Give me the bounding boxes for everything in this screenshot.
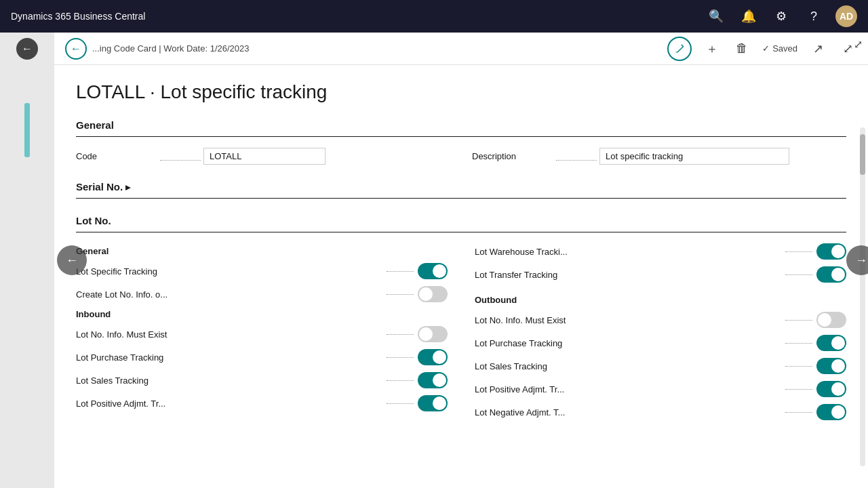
app-title: Dynamics 365 Business Central	[11, 11, 697, 22]
sidebar-active-indicator	[24, 103, 30, 157]
search-icon[interactable]: 🔍	[705, 5, 727, 27]
lot-transfer-toggle[interactable]	[816, 266, 846, 283]
nav-arrow-left[interactable]: ←	[57, 245, 87, 275]
scrollbar-thumb[interactable]	[860, 134, 865, 175]
left-sidebar: ←	[0, 33, 54, 488]
saved-label: Saved	[772, 43, 797, 54]
lot-sales-in-toggle[interactable]	[418, 372, 448, 388]
toggle-row-lot-specific: Lot Specific Tracking	[76, 263, 448, 279]
lot-sales-in-label: Lot Sales Tracking	[76, 375, 382, 386]
inbound-sub-label: Inbound	[76, 309, 448, 319]
page-title-description: Lot specific tracking	[161, 81, 328, 102]
lot-specific-tracking-label: Lot Specific Tracking	[76, 266, 382, 277]
toggle-row-lot-purchase-out: Lot Purchase Tracking	[475, 335, 846, 351]
lot-info-must-exist-in-label: Lot No. Info. Must Exist	[76, 329, 382, 340]
page-title: LOTALL · Lot specific tracking	[76, 81, 846, 103]
toolbar: ＋ 🗑 ✓ Saved ↗ ⤢	[667, 37, 857, 61]
toggle-row-lot-purchase-in: Lot Purchase Tracking	[76, 349, 448, 365]
lot-neg-adjmt-out-label: Lot Negative Adjmt. T...	[475, 407, 781, 418]
lot-pos-adjmt-in-label: Lot Positive Adjmt. Tr...	[76, 399, 382, 409]
page-title-code: LOTALL	[76, 81, 144, 102]
help-icon[interactable]: ?	[803, 5, 825, 27]
back-button[interactable]: ←	[65, 38, 87, 60]
lot-sales-out-toggle[interactable]	[816, 358, 846, 374]
description-field-group: Description	[472, 148, 846, 165]
code-input[interactable]	[203, 148, 326, 165]
toggle-row-lot-neg-adjmt-out: Lot Negative Adjmt. T...	[475, 404, 846, 420]
chevron-right-icon: ▸	[125, 182, 130, 192]
avatar[interactable]: AD	[835, 5, 857, 27]
lot-info-must-exist-out-label: Lot No. Info. Must Exist	[475, 315, 781, 325]
toggle-row-lot-info-must-exist-out: Lot No. Info. Must Exist	[475, 312, 846, 328]
breadcrumb: ...ing Code Card | Work Date: 1/26/2023	[92, 43, 662, 54]
toggle-row-lot-info-must-exist-in: Lot No. Info. Must Exist	[76, 326, 448, 342]
lot-pos-adjmt-out-toggle[interactable]	[816, 381, 846, 397]
toggle-row-lot-pos-adjmt-out: Lot Positive Adjmt. Tr...	[475, 381, 846, 397]
lot-pos-adjmt-in-toggle[interactable]	[418, 395, 448, 411]
lot-warehouse-toggle[interactable]	[816, 243, 846, 260]
main-area: ← ← ...ing Code Card | Work Date: 1/26/2…	[0, 33, 868, 488]
scrollbar-track	[860, 127, 865, 466]
code-field-group: Code	[76, 148, 450, 165]
add-button[interactable]: ＋	[703, 39, 722, 58]
general-section-header: General	[76, 119, 846, 137]
lot-no-right-col: Lot Warehouse Tracki... Lot Transfer Tra…	[475, 243, 846, 427]
toggle-row-lot-sales-out: Lot Sales Tracking	[475, 358, 846, 374]
toggle-row-create-lot-info: Create Lot No. Info. o...	[76, 286, 448, 302]
expand-window-icon[interactable]: ⤢	[854, 38, 863, 51]
lot-neg-adjmt-out-toggle[interactable]	[816, 404, 846, 420]
breadcrumb-bar: ← ...ing Code Card | Work Date: 1/26/202…	[54, 33, 868, 65]
serial-no-section: Serial No. ▸	[76, 181, 846, 199]
lot-no-columns: General Lot Specific Tracking Create Lot…	[76, 243, 846, 427]
lot-no-left-col: General Lot Specific Tracking Create Lot…	[76, 243, 448, 427]
lot-transfer-label: Lot Transfer Tracking	[475, 270, 781, 280]
top-nav: Dynamics 365 Business Central 🔍 🔔 ⚙ ? AD	[0, 0, 868, 33]
lot-purchase-out-toggle[interactable]	[816, 335, 846, 351]
create-lot-info-label: Create Lot No. Info. o...	[76, 289, 382, 300]
code-label: Code	[76, 151, 157, 161]
lot-warehouse-label: Lot Warehouse Tracki...	[475, 247, 781, 257]
lot-no-section: Lot No. General Lot Specific Tracking	[76, 215, 846, 427]
check-icon: ✓	[762, 43, 770, 54]
form-content: LOTALL · Lot specific tracking General C…	[54, 65, 868, 488]
lot-purchase-out-label: Lot Purchase Tracking	[475, 338, 781, 348]
general-sub-label: General	[76, 246, 448, 256]
lot-pos-adjmt-out-label: Lot Positive Adjmt. Tr...	[475, 384, 781, 394]
edit-button[interactable]	[667, 37, 692, 61]
description-label: Description	[472, 151, 553, 161]
general-section: General Code Description	[76, 119, 846, 165]
sidebar-nav-back[interactable]: ←	[8, 38, 46, 60]
description-dots	[556, 152, 597, 161]
open-external-icon[interactable]: ↗	[808, 39, 827, 58]
lot-purchase-in-label: Lot Purchase Tracking	[76, 352, 382, 363]
toggle-row-lot-sales-in: Lot Sales Tracking	[76, 372, 448, 388]
page-container: ← ...ing Code Card | Work Date: 1/26/202…	[54, 33, 868, 488]
saved-indicator: ✓ Saved	[762, 43, 797, 54]
outbound-sub-label: Outbound	[475, 295, 846, 305]
lot-info-must-exist-in-toggle[interactable]	[418, 326, 448, 342]
description-input[interactable]	[599, 148, 789, 165]
settings-icon[interactable]: ⚙	[770, 5, 792, 27]
serial-no-section-header[interactable]: Serial No. ▸	[76, 181, 846, 199]
page-title-separator: ·	[150, 81, 161, 102]
delete-button[interactable]: 🗑	[732, 39, 751, 58]
toggle-row-lot-transfer: Lot Transfer Tracking	[475, 266, 846, 283]
toggle-row-lot-warehouse: Lot Warehouse Tracki...	[475, 243, 846, 260]
general-fields-row: Code Description	[76, 148, 846, 165]
lot-purchase-in-toggle[interactable]	[418, 349, 448, 365]
bell-icon[interactable]: 🔔	[738, 5, 760, 27]
lot-no-section-header: Lot No.	[76, 215, 846, 232]
create-lot-info-toggle[interactable]	[418, 286, 448, 302]
lot-specific-tracking-toggle[interactable]	[418, 263, 448, 279]
lot-info-must-exist-out-toggle[interactable]	[816, 312, 846, 328]
toggle-row-lot-pos-adjmt-in: Lot Positive Adjmt. Tr...	[76, 395, 448, 411]
lot-sales-out-label: Lot Sales Tracking	[475, 361, 781, 371]
code-dots	[160, 152, 201, 161]
